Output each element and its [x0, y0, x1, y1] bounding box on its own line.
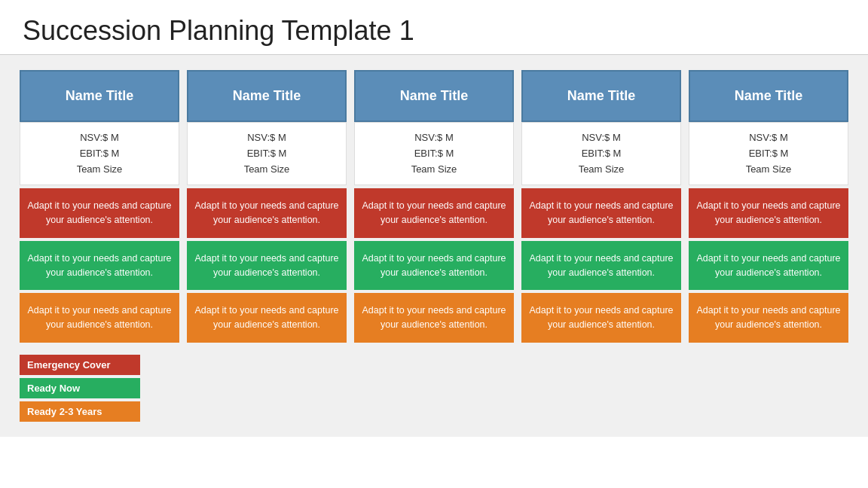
col-header-2: Name Title	[187, 70, 347, 122]
cell-1-3: Adapt it to your needs and capture your …	[20, 293, 179, 343]
legend-box-orange: Ready 2-3 Years	[20, 401, 140, 422]
col-header-1: Name Title	[20, 70, 179, 122]
legend-box-red: Emergency Cover	[20, 355, 140, 375]
cell-2-1: Adapt it to your needs and capture your …	[187, 188, 347, 238]
cell-1-1: Adapt it to your needs and capture your …	[20, 188, 179, 238]
col-info-5: NSV:$ MEBIT:$ MTeam Size	[689, 122, 848, 185]
col-info-3: NSV:$ MEBIT:$ MTeam Size	[354, 122, 514, 185]
columns-grid: Name TitleNSV:$ MEBIT:$ MTeam SizeAdapt …	[20, 70, 848, 343]
cell-4-1: Adapt it to your needs and capture your …	[521, 188, 681, 238]
legend-item-3: Ready 2-3 Years	[20, 401, 848, 422]
cell-5-1: Adapt it to your needs and capture your …	[689, 188, 848, 238]
cell-3-2: Adapt it to your needs and capture your …	[354, 241, 514, 291]
cell-2-3: Adapt it to your needs and capture your …	[187, 293, 347, 343]
column-5: Name TitleNSV:$ MEBIT:$ MTeam SizeAdapt …	[689, 70, 848, 343]
cell-4-3: Adapt it to your needs and capture your …	[521, 293, 681, 343]
legend-box-green: Ready Now	[20, 378, 140, 398]
legend: Emergency CoverReady NowReady 2-3 Years	[20, 355, 848, 422]
cell-5-2: Adapt it to your needs and capture your …	[689, 241, 848, 291]
column-4: Name TitleNSV:$ MEBIT:$ MTeam SizeAdapt …	[521, 70, 681, 343]
main-content: Name TitleNSV:$ MEBIT:$ MTeam SizeAdapt …	[0, 55, 868, 437]
cell-4-2: Adapt it to your needs and capture your …	[521, 241, 681, 291]
col-header-5: Name Title	[689, 70, 848, 122]
column-2: Name TitleNSV:$ MEBIT:$ MTeam SizeAdapt …	[187, 70, 347, 343]
page-title: Succession Planning Template 1	[23, 15, 845, 47]
col-header-4: Name Title	[521, 70, 681, 122]
col-info-2: NSV:$ MEBIT:$ MTeam Size	[187, 122, 347, 185]
page-header: Succession Planning Template 1	[0, 0, 868, 55]
cell-5-3: Adapt it to your needs and capture your …	[689, 293, 848, 343]
col-header-3: Name Title	[354, 70, 514, 122]
column-3: Name TitleNSV:$ MEBIT:$ MTeam SizeAdapt …	[354, 70, 514, 343]
col-info-1: NSV:$ MEBIT:$ MTeam Size	[20, 122, 179, 185]
cell-3-1: Adapt it to your needs and capture your …	[354, 188, 514, 238]
page: Succession Planning Template 1 Name Titl…	[0, 0, 868, 488]
cell-1-2: Adapt it to your needs and capture your …	[20, 241, 179, 291]
legend-item-1: Emergency Cover	[20, 355, 848, 375]
column-1: Name TitleNSV:$ MEBIT:$ MTeam SizeAdapt …	[20, 70, 179, 343]
cell-2-2: Adapt it to your needs and capture your …	[187, 241, 347, 291]
cell-3-3: Adapt it to your needs and capture your …	[354, 293, 514, 343]
legend-item-2: Ready Now	[20, 378, 848, 398]
col-info-4: NSV:$ MEBIT:$ MTeam Size	[521, 122, 681, 185]
